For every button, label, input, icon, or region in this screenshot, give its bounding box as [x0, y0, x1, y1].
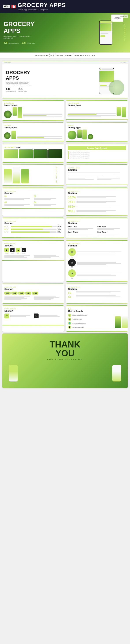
year-timeline-slide: Infographic Section 2021 2022 2023 2024 … — [2, 284, 64, 304]
slides-row-info6: Infographic Section ✉ — [2, 305, 128, 332]
intro-slide: Introduction Grocery Apps — [2, 100, 64, 121]
contact-title: Get In Touch — [68, 310, 126, 312]
slides-row-info5: Infographic Section 2021 2022 2023 2024 … — [2, 284, 128, 304]
hero-section: GROCERY APPS Lorem ipsum dolor sit amet … — [0, 13, 130, 52]
vision-slide: Vision & Mission Grocery Apps — [66, 100, 128, 121]
hero-stat-2: 3.5 Member Apps — [22, 40, 35, 44]
ppt-icon: 📄 — [11, 5, 16, 8]
slides-row-intro-vision: Introduction Grocery Apps — [2, 100, 128, 121]
team-slide: Grocery Apps Team — [2, 144, 64, 162]
vision-label: Vision & Mission — [68, 102, 126, 104]
hero-stats: 4.8 Appstore Ratings 3.5 Member Apps — [3, 40, 78, 44]
intro-food-img — [4, 110, 12, 118]
portfolio-label-hero: PORTFOLIO — [124, 24, 126, 42]
slides-row-info4: Infographic Section ◆ Item A ▲ Item B ■ — [2, 240, 128, 282]
facilities-label: Facilities — [4, 125, 62, 126]
phone-screen — [100, 21, 112, 44]
facilities-title: Grocery Apps — [4, 126, 62, 128]
infographic-section-2a: Infographic Section 01 02 — [2, 188, 64, 216]
vision-title: Grocery Apps — [68, 104, 126, 106]
thankyou-line1: THANK — [47, 340, 83, 349]
slides-row-portfolio-info1: PORTFOLIO Infographic Section — [2, 164, 128, 186]
slides-row-facilities-product: Facilities Grocery Apps — [2, 122, 128, 142]
infographic-circle-right: Infographic Section 06 Label — [66, 240, 128, 282]
info1-title: Section — [68, 168, 126, 171]
hero-left: GROCERY APPS Lorem ipsum dolor sit amet … — [0, 13, 82, 52]
thankyou-slide: THANK YOU FOR YOUR ATTENTION — [2, 333, 128, 388]
main-title-big-1: GROCERY — [6, 70, 87, 75]
main-grocery-slide: Grocery Apps Get started GROCERY APPS Lo… — [2, 61, 128, 98]
info-bar: 1920X1080 PX (16:9) | COLOR CHANGE | EAS… — [0, 52, 130, 58]
infographic-bars-left: Infographic Section 06% 90% 63% — [2, 218, 64, 238]
portfolio-slide: PORTFOLIO — [2, 164, 64, 186]
contact-slide: Get In Get In Touch ✉ hello@yourwebsite.… — [66, 305, 128, 332]
thankyou-phone-left — [9, 365, 18, 382]
gsl-badge: GSL — [3, 5, 10, 8]
header: GSL 📄 GROCERY APPS Mobile App Presentati… — [0, 0, 130, 13]
main-title-big-2: APPS — [6, 76, 87, 81]
main-slide-content: GROCERY APPS Lorem ipsum dolor sit amet,… — [2, 64, 128, 98]
hero-phone-mockup — [99, 20, 112, 45]
service-title: Grocery Apps Service — [68, 146, 126, 150]
portfolio-label: PORTFOLIO — [56, 167, 57, 183]
facilities-slide: Facilities Grocery Apps — [2, 122, 64, 142]
intro-label: Introduction — [4, 102, 62, 104]
hero-desc: Lorem ipsum dolor sit amet consectetur a… — [3, 36, 34, 39]
food-decoration — [109, 80, 124, 95]
product-slide: Product Grocery Apps — [66, 122, 128, 142]
service-slide: Grocery Apps Service Lorem ipsum dolor s… — [66, 144, 128, 162]
team-label: Grocery Apps — [4, 147, 14, 148]
slides-row-info3: Infographic Section 06% 90% 63% — [2, 218, 128, 238]
slides-row-team-service: Grocery Apps Team Grocery Apps Serv — [2, 144, 128, 162]
hero-main-title-2: APPS — [3, 28, 78, 34]
infographic-icons-left: Infographic Section ◆ Item A ▲ Item B ■ — [2, 240, 64, 282]
intro-title: Grocery Apps — [4, 104, 62, 106]
infographic-6b: Infographic Section 01. 02. — [66, 284, 128, 304]
slides-row-info2: Infographic Section 01 02 — [2, 188, 128, 216]
header-title: GROCERY APPS — [18, 2, 66, 8]
infographic-section-2b: Infographic Section 100% 753+ — [66, 188, 128, 216]
thankyou-phone-right — [112, 365, 121, 382]
thankyou-line2: YOU — [47, 349, 83, 358]
page-wrapper: GSL 📄 GROCERY APPS Mobile App Presentati… — [0, 0, 130, 390]
hero-main-title-1: GROCERY — [3, 21, 78, 28]
hero-right: FacilitiesGrocery Apps — [82, 13, 130, 52]
infographic-section-1: Infographic Section — [66, 164, 128, 186]
infographic-7a: Infographic Section ✉ — [2, 305, 64, 332]
team-title: Team — [15, 146, 20, 148]
product-label: Product — [68, 125, 126, 126]
thankyou-subtitle: FOR YOUR ATTENTION — [47, 358, 83, 360]
infographic-section-3b: Infographic Section Item One Item Two — [66, 218, 128, 238]
product-title: Grocery Apps — [68, 126, 126, 128]
slides-container: Grocery Apps Get started GROCERY APPS Lo… — [0, 58, 130, 390]
header-subtitle: Mobile App Presentation Template — [18, 8, 66, 10]
hero-stat-1: 4.8 Appstore Ratings — [3, 40, 19, 44]
